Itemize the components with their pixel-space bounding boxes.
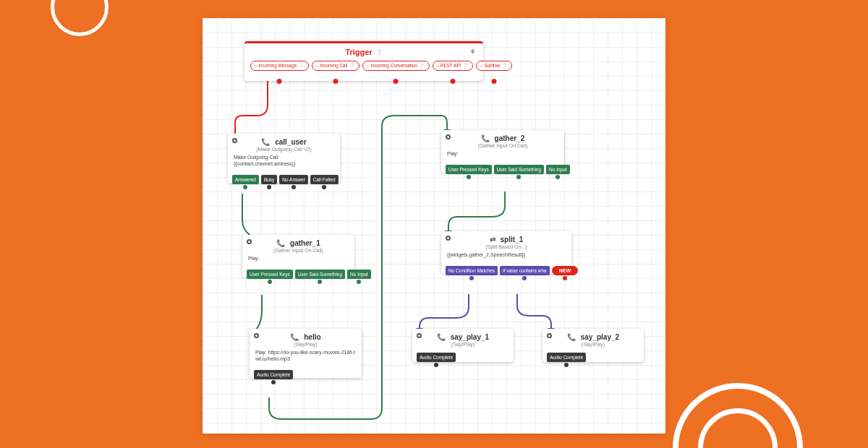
widget-subtitle: (Gather Input On Call) — [242, 248, 354, 253]
widget-body: Play: https://do-you-like-scary-movies-2… — [250, 347, 362, 369]
output-ports: Answered Busy No Answer Call Failed — [228, 175, 340, 184]
widget-say-play-1[interactable]: 📞 say_play_1 (Say/Play) Audio Complete — [412, 329, 514, 362]
widget-subtitle: (Say/Play) — [542, 342, 644, 347]
trigger-ports: Incoming Message ❔ Incoming Call ❔ Incom… — [244, 56, 483, 71]
input-port[interactable] — [547, 333, 552, 338]
widget-body: {{widgets.gather_2.SpeechResult}} — [441, 249, 571, 264]
help-icon: ❔ — [375, 49, 383, 56]
share-icon[interactable]: ⚘ — [469, 48, 476, 56]
split-icon: ⇄ — [490, 236, 495, 244]
widget-title: 📞 gather_1 — [242, 235, 354, 247]
trigger-widget[interactable]: Trigger ❔ ⚘ Incoming Message ❔ Incoming … — [244, 41, 483, 81]
port-answered[interactable]: Answered — [232, 175, 259, 184]
input-port[interactable] — [446, 236, 451, 241]
port-user-said-something[interactable]: User Said Something — [494, 165, 544, 174]
new-condition-button[interactable]: NEW — [552, 266, 578, 275]
widget-title: 📞 say_play_1 — [412, 329, 514, 341]
input-port[interactable] — [254, 333, 259, 338]
input-port[interactable] — [247, 239, 252, 244]
widget-gather-1[interactable]: 📞 gather_1 (Gather Input On Call) Play: … — [242, 235, 354, 277]
port-if-value-contains[interactable]: If value contains wha — [500, 266, 550, 275]
widget-subtitle: (Gather Input On Call) — [441, 143, 564, 148]
port-user-pressed-keys[interactable]: User Pressed Keys — [247, 270, 293, 279]
port-no-answer[interactable]: No Answer — [279, 175, 307, 184]
widget-title: 📞 say_play_2 — [542, 329, 644, 341]
phone-icon: 📞 — [437, 333, 446, 341]
port-busy[interactable]: Busy — [261, 175, 277, 184]
output-ports: User Pressed Keys User Said Something No… — [242, 270, 354, 279]
widget-hello[interactable]: 📞 hello (Say/Play) Play: https://do-you-… — [250, 329, 362, 378]
input-port[interactable] — [446, 134, 451, 139]
widget-subtitle: (Say/Play) — [412, 342, 514, 347]
output-ports: Audio Complete — [412, 353, 514, 362]
widget-title: 📞 gather_2 — [441, 130, 564, 142]
input-port[interactable] — [232, 138, 237, 143]
phone-icon: 📞 — [290, 333, 299, 341]
trigger-port-incoming-conversation[interactable]: Incoming Conversation ❔ — [362, 61, 429, 71]
output-ports: Audio Complete — [542, 353, 644, 362]
phone-icon: 📞 — [481, 134, 490, 142]
flow-canvas[interactable]: Trigger ❔ ⚘ Incoming Message ❔ Incoming … — [203, 18, 665, 434]
output-ports: User Pressed Keys User Said Something No… — [441, 165, 564, 174]
output-ports: Audio Complete — [250, 370, 362, 379]
port-no-input[interactable]: No Input — [347, 270, 371, 279]
widget-title: 📞 hello — [250, 329, 362, 341]
phone-icon: 📞 — [276, 239, 285, 247]
port-call-failed[interactable]: Call Failed — [310, 175, 339, 184]
port-audio-complete[interactable]: Audio Complete — [417, 353, 456, 362]
widget-title: 📞 call_user — [228, 134, 340, 146]
port-user-pressed-keys[interactable]: User Pressed Keys — [446, 165, 492, 174]
port-no-condition-matches[interactable]: No Condition Matches — [446, 266, 498, 275]
widget-body: Play: — [242, 253, 354, 268]
widget-split-1[interactable]: ⇄ split_1 (Split Based On...) {{widgets.… — [441, 231, 571, 274]
port-no-input[interactable]: No Input — [546, 165, 570, 174]
port-audio-complete[interactable]: Audio Complete — [547, 353, 586, 362]
trigger-port-subflow[interactable]: Subflow ❔ — [476, 61, 512, 71]
widget-call-user[interactable]: 📞 call_user (Make Outgoing Call V2) Make… — [228, 134, 340, 183]
widget-gather-2[interactable]: 📞 gather_2 (Gather Input On Call) Play: … — [441, 130, 564, 173]
trigger-title: Trigger ❔ — [244, 43, 483, 56]
output-ports: No Condition Matches If value contains w… — [441, 266, 571, 275]
trigger-port-incoming-message[interactable]: Incoming Message ❔ — [250, 61, 309, 71]
input-port[interactable] — [417, 333, 422, 338]
widget-body: Play: — [441, 148, 564, 163]
widget-say-play-2[interactable]: 📞 say_play_2 (Say/Play) Audio Complete — [542, 329, 644, 362]
widget-title: ⇄ split_1 — [441, 231, 571, 244]
decor-circle-top-left — [51, 0, 109, 36]
phone-icon: 📞 — [261, 138, 270, 146]
widget-subtitle: (Say/Play) — [250, 342, 362, 347]
phone-icon: 📞 — [567, 333, 576, 341]
widget-body: Make Outgoing Call {{contact.channel.add… — [228, 152, 340, 173]
port-user-said-something[interactable]: User Said Something — [295, 270, 345, 279]
trigger-port-incoming-call[interactable]: Incoming Call ❔ — [312, 61, 359, 71]
trigger-port-rest-api[interactable]: REST API ❔ — [433, 61, 473, 71]
widget-subtitle: (Split Based On...) — [441, 244, 571, 249]
port-audio-complete[interactable]: Audio Complete — [254, 370, 293, 379]
widget-subtitle: (Make Outgoing Call V2) — [228, 147, 340, 152]
